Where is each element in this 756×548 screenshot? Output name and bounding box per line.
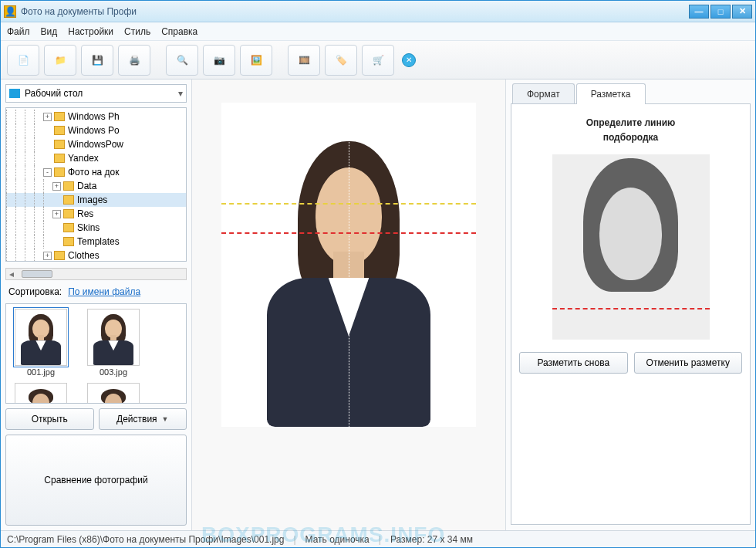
tab-format[interactable]: Формат (512, 83, 575, 104)
expand-icon[interactable]: + (52, 182, 61, 191)
menu-settings[interactable]: Настройки (68, 26, 113, 37)
tree-label: WindowsPow (68, 139, 123, 150)
panel-heading: Определите линиюподбородка (519, 115, 742, 144)
status-path: C:\Program Files (x86)\Фото на документы… (7, 534, 284, 545)
tree-item[interactable]: Templates (6, 235, 186, 249)
tree-label: Data (77, 181, 96, 191)
thumbnail-item[interactable]: 001.jpg (11, 309, 71, 377)
folder-tree[interactable]: +Windows PhWindows PoWindowsPowYandex-Фо… (5, 107, 187, 262)
tag-icon[interactable]: 🏷️ (325, 45, 357, 76)
folder-icon (63, 181, 74, 191)
chevron-down-icon: ▾ (178, 88, 183, 99)
photo-canvas[interactable] (221, 103, 476, 427)
thumbnail-label: 001.jpg (27, 367, 55, 377)
tree-item[interactable]: -Фото на док (6, 165, 186, 179)
thumbnail-grid: 001.jpg003.jpg6.jpg9.jpg (5, 303, 187, 404)
folder-icon (63, 237, 74, 246)
user-lens-icon[interactable]: 🔍 (166, 45, 198, 76)
film-reel-icon[interactable]: 🎞️ (288, 45, 320, 76)
tree-label: Yandex (68, 153, 99, 164)
window-title: Фото на документы Профи (21, 6, 689, 17)
tree-label: Windows Ph (68, 111, 120, 122)
folder-icon (54, 140, 65, 149)
folder-icon (63, 195, 74, 205)
tree-hscroll[interactable]: ◂ (5, 268, 187, 280)
tree-item[interactable]: Yandex (6, 151, 186, 165)
new-icon[interactable]: 📄 (7, 45, 39, 76)
tree-label: Images (77, 195, 107, 205)
collapse-icon[interactable]: - (43, 168, 52, 177)
expand-icon[interactable]: + (52, 210, 61, 218)
folder-icon (54, 126, 65, 135)
folder-icon (54, 154, 65, 163)
tree-label: Skins (77, 222, 100, 233)
status-mode: Мать одиночка (305, 534, 370, 545)
tree-label: Clothes (68, 250, 100, 261)
camera-icon[interactable]: 📷 (203, 45, 235, 76)
thumbnail-item[interactable]: 9.jpg (83, 383, 143, 404)
maximize-button[interactable]: □ (710, 5, 731, 19)
minimize-button[interactable]: — (689, 5, 709, 19)
thumbnail-item[interactable]: 6.jpg (11, 383, 71, 404)
menu-help[interactable]: Справка (161, 26, 197, 37)
guide-eyes[interactable] (221, 203, 476, 205)
menubar: Файл Вид Настройки Стиль Справка (1, 22, 755, 41)
cart-icon[interactable]: 🛒 (362, 45, 394, 76)
combo-label: Рабочий стол (25, 88, 83, 99)
status-size: Размер: 27 x 34 мм (390, 534, 473, 545)
tree-item[interactable]: +Clothes (6, 249, 186, 262)
folder-icon (54, 112, 65, 121)
sort-label: Сортировка: (8, 286, 62, 297)
menu-file[interactable]: Файл (7, 26, 30, 37)
markup-panel: Определите линиюподбородка Разметить сно… (511, 103, 751, 525)
folder-icon (63, 223, 74, 232)
folder-icon (63, 209, 74, 218)
expand-icon[interactable]: + (43, 252, 52, 260)
menu-view[interactable]: Вид (41, 26, 58, 37)
tree-item[interactable]: +Data (6, 179, 186, 193)
desktop-icon (9, 89, 20, 98)
tree-item[interactable]: +Res (6, 207, 186, 221)
close-button[interactable]: ✕ (732, 5, 752, 19)
titlebar: 👤 Фото на документы Профи — □ ✕ (1, 1, 755, 22)
app-window: 👤 Фото на документы Профи — □ ✕ Файл Вид… (0, 0, 756, 548)
toolbar: 📄 📁 💾 🖨️ 🔍 📷 🖼️ 🎞️ 🏷️ 🛒 ✕ (1, 41, 755, 79)
menu-style[interactable]: Стиль (124, 26, 150, 37)
clear-icon[interactable]: ✕ (402, 53, 416, 67)
chevron-down-icon: ▼ (162, 415, 169, 423)
open-button[interactable]: Открыть (5, 408, 94, 430)
tree-item[interactable]: Skins (6, 221, 186, 235)
folder-icon (54, 167, 65, 177)
tree-item[interactable]: Windows Po (6, 123, 186, 137)
expand-icon[interactable]: + (43, 113, 52, 121)
folder-icon (54, 251, 65, 260)
tree-label: Фото на док (68, 167, 119, 178)
guide-chin[interactable] (221, 232, 476, 234)
sort-link[interactable]: По имени файла (68, 286, 140, 297)
markup-again-button[interactable]: Разметить снова (519, 352, 628, 374)
statusbar: C:\Program Files (x86)\Фото на документы… (1, 530, 755, 547)
tree-item[interactable]: WindowsPow (6, 137, 186, 151)
tree-item[interactable]: Images (6, 193, 186, 207)
app-icon: 👤 (4, 5, 16, 18)
right-panel: Формат Разметка Определите линиюподбород… (505, 79, 755, 530)
print-icon[interactable]: 🖨️ (118, 45, 150, 76)
save-icon[interactable]: 💾 (81, 45, 113, 76)
tree-item[interactable]: +Windows Ph (6, 110, 186, 123)
tab-markup[interactable]: Разметка (576, 83, 646, 104)
zoom-image-icon[interactable]: 🖼️ (240, 45, 272, 76)
compare-button[interactable]: Сравнение фотографий (5, 435, 187, 526)
open-folder-icon[interactable]: 📁 (44, 45, 76, 76)
tree-label: Res (77, 208, 93, 219)
editor-area (192, 79, 505, 530)
thumbnail-item[interactable]: 003.jpg (83, 309, 143, 377)
location-combo[interactable]: Рабочий стол ▾ (5, 84, 187, 103)
cancel-markup-button[interactable]: Отменить разметку (634, 352, 743, 374)
preview-image (552, 154, 710, 340)
thumbnail-label: 003.jpg (100, 367, 127, 377)
tree-label: Templates (77, 236, 120, 247)
left-panel: Рабочий стол ▾ +Windows PhWindows PoWind… (1, 79, 192, 530)
tree-label: Windows Po (68, 125, 120, 136)
actions-button[interactable]: Действия▼ (99, 408, 187, 430)
